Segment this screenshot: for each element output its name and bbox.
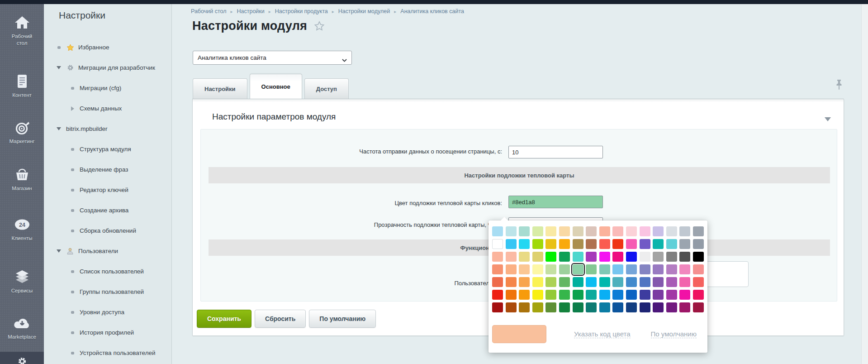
color-swatch[interactable] <box>506 226 517 236</box>
color-swatch[interactable] <box>532 302 543 312</box>
enter-color-code-link[interactable]: Указать код цвета <box>574 330 631 338</box>
color-swatch[interactable] <box>586 252 597 262</box>
color-swatch[interactable] <box>666 302 677 312</box>
expand-arrow-icon[interactable] <box>55 66 62 69</box>
sidebar-item-3[interactable]: Маркетинг <box>0 120 44 145</box>
color-swatch[interactable] <box>599 302 610 312</box>
nav-item-2[interactable]: Миграции для разработчик <box>44 57 171 78</box>
color-swatch[interactable] <box>492 277 503 287</box>
nav-item-14[interactable]: Уровни доступа <box>44 302 171 322</box>
color-swatch[interactable] <box>626 277 637 287</box>
nav-item-10[interactable]: Сборка обновлений <box>44 220 171 241</box>
color-swatch[interactable] <box>612 239 623 249</box>
color-swatch[interactable] <box>679 226 690 236</box>
color-swatch[interactable] <box>492 252 503 262</box>
color-swatch[interactable] <box>519 226 530 236</box>
color-swatch[interactable] <box>653 226 664 236</box>
color-swatch[interactable] <box>599 239 610 249</box>
pin-icon[interactable] <box>835 79 843 93</box>
color-swatch[interactable] <box>545 239 556 249</box>
color-swatch[interactable] <box>666 277 677 287</box>
color-swatch[interactable] <box>519 239 530 249</box>
tab-1[interactable]: Настройки <box>193 78 247 99</box>
color-swatch[interactable] <box>519 264 530 274</box>
color-swatch[interactable] <box>545 226 556 236</box>
color-swatch[interactable] <box>559 302 570 312</box>
color-swatch[interactable] <box>559 290 570 300</box>
color-swatch[interactable] <box>626 239 637 249</box>
color-swatch[interactable] <box>666 264 677 274</box>
color-swatch[interactable] <box>626 264 637 274</box>
color-swatch[interactable] <box>506 264 517 274</box>
color-swatch[interactable] <box>666 226 677 236</box>
color-swatch[interactable] <box>640 226 650 236</box>
nav-item-1[interactable]: Избранное <box>44 37 171 57</box>
expand-arrow-icon[interactable] <box>55 249 62 253</box>
frequency-input[interactable] <box>508 146 603 158</box>
nav-item-3[interactable]: Миграции (cfg) <box>44 78 171 98</box>
color-swatch[interactable] <box>586 290 597 300</box>
sidebar-item-settings[interactable] <box>0 352 44 364</box>
nav-item-6[interactable]: Структура модуля <box>44 139 171 159</box>
color-swatch[interactable] <box>640 264 650 274</box>
color-swatch[interactable] <box>693 226 704 236</box>
color-swatch[interactable] <box>532 290 543 300</box>
color-swatch[interactable] <box>599 226 610 236</box>
color-swatch[interactable] <box>506 290 517 300</box>
color-swatch[interactable] <box>653 290 664 300</box>
color-swatch[interactable] <box>573 252 583 262</box>
save-button[interactable]: Сохранить <box>197 310 251 328</box>
favorite-star-icon[interactable] <box>314 21 325 33</box>
color-swatch[interactable] <box>573 277 583 287</box>
color-swatch[interactable] <box>586 226 597 236</box>
color-swatch[interactable] <box>679 302 690 312</box>
color-swatch[interactable] <box>693 290 704 300</box>
color-swatch[interactable] <box>573 290 583 300</box>
breadcrumb-item-2[interactable]: Настройки <box>237 8 265 14</box>
sidebar-item-1[interactable]: Рабочий стол <box>0 15 44 47</box>
sidebar-item-5[interactable]: 24Клиенты <box>0 217 44 242</box>
color-swatch[interactable] <box>519 302 530 312</box>
collapse-arrow-icon[interactable] <box>69 106 76 111</box>
color-swatch[interactable] <box>626 226 637 236</box>
color-swatch[interactable] <box>506 252 517 262</box>
nav-item-7[interactable]: Выделение фраз <box>44 159 171 180</box>
color-swatch[interactable] <box>586 239 597 249</box>
color-swatch[interactable] <box>693 239 704 249</box>
color-swatch[interactable] <box>653 264 664 274</box>
color-swatch[interactable] <box>506 277 517 287</box>
sidebar-item-6[interactable]: Сервисы <box>0 269 44 294</box>
sidebar-item-2[interactable]: Контент <box>0 74 44 99</box>
nav-item-12[interactable]: Список пользователей <box>44 261 171 282</box>
nav-item-16[interactable]: Устройства пользователей <box>44 343 171 363</box>
breadcrumb-item-3[interactable]: Настройки продукта <box>275 8 328 14</box>
nav-item-13[interactable]: Группы пользователей <box>44 282 171 302</box>
color-swatch[interactable] <box>573 226 583 236</box>
color-swatch-selected[interactable] <box>573 264 583 274</box>
default-color-link[interactable]: По умолчанию <box>651 330 697 338</box>
module-select[interactable]: Аналитика кликов сайта <box>193 51 352 65</box>
color-swatch[interactable] <box>666 290 677 300</box>
color-swatch[interactable] <box>612 302 623 312</box>
color-swatch[interactable] <box>666 252 677 262</box>
color-swatch[interactable] <box>586 277 597 287</box>
color-swatch[interactable] <box>653 277 664 287</box>
color-swatch[interactable] <box>545 264 556 274</box>
sidebar-item-4[interactable]: Магазин <box>0 167 44 192</box>
expand-arrow-icon[interactable] <box>55 127 62 130</box>
color-swatch[interactable] <box>559 252 570 262</box>
tab-3[interactable]: Доступ <box>304 78 349 99</box>
sidebar-item-7[interactable]: Marketplace <box>0 316 44 340</box>
color-swatch[interactable] <box>626 302 637 312</box>
color-swatch[interactable] <box>532 277 543 287</box>
color-swatch[interactable] <box>586 302 597 312</box>
color-swatch[interactable] <box>612 290 623 300</box>
color-swatch[interactable] <box>492 290 503 300</box>
nav-item-9[interactable]: Создание архива <box>44 200 171 220</box>
color-swatch[interactable] <box>612 277 623 287</box>
color-swatch[interactable] <box>640 302 650 312</box>
underlay-color-input[interactable] <box>508 196 603 208</box>
color-swatch[interactable] <box>626 252 637 262</box>
color-swatch[interactable] <box>679 264 690 274</box>
color-swatch[interactable] <box>532 264 543 274</box>
